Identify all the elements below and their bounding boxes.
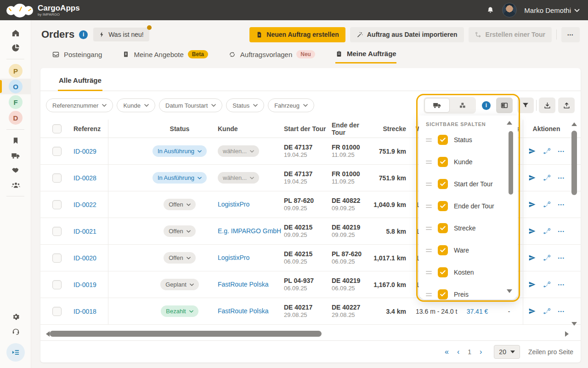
filter-button[interactable] bbox=[517, 98, 534, 113]
row-more-actions[interactable]: ⋯ bbox=[558, 254, 565, 262]
filter-chip-3[interactable]: Status bbox=[226, 98, 264, 112]
workspace-d[interactable]: D bbox=[0, 110, 31, 126]
collapse-sidebar-icon[interactable] bbox=[6, 343, 25, 362]
row-more-actions[interactable]: ⋯ bbox=[558, 307, 565, 316]
customer-select[interactable]: wählen... bbox=[218, 145, 259, 157]
import-order-button[interactable]: Auftrag aus Datei importieren bbox=[350, 27, 464, 42]
row-more-actions[interactable]: ⋯ bbox=[558, 147, 565, 155]
handshake-icon[interactable] bbox=[0, 163, 31, 178]
drag-handle-icon[interactable] bbox=[426, 293, 432, 296]
row-more-actions[interactable]: ⋯ bbox=[558, 281, 565, 289]
tab-posteingang[interactable]: Posteingang bbox=[52, 45, 102, 63]
customer-link[interactable]: LogistixPro bbox=[218, 254, 249, 261]
column-checkbox-icon[interactable] bbox=[438, 245, 448, 255]
workspace-p[interactable]: P bbox=[0, 63, 31, 79]
send-order-icon[interactable] bbox=[528, 227, 536, 235]
columns-button[interactable] bbox=[496, 98, 513, 113]
customer-link[interactable]: LogistixPro bbox=[218, 201, 249, 208]
create-order-button[interactable]: Neuen Auftrag erstellen bbox=[249, 27, 345, 42]
row-checkbox[interactable] bbox=[52, 307, 62, 316]
row-checkbox[interactable] bbox=[52, 253, 62, 263]
page-size-select[interactable]: 20 bbox=[494, 345, 520, 359]
customer-link[interactable]: FastRoute Polska bbox=[218, 281, 269, 288]
row-more-actions[interactable]: ⋯ bbox=[558, 174, 565, 182]
order-reference-link[interactable]: ID-0020 bbox=[74, 254, 96, 262]
upload-button[interactable] bbox=[558, 98, 575, 113]
workspace-f[interactable]: F bbox=[0, 94, 31, 110]
vertical-scrollbar[interactable] bbox=[571, 121, 577, 329]
column-checkbox-icon[interactable] bbox=[438, 135, 448, 145]
column-checkbox-icon[interactable] bbox=[438, 267, 448, 277]
user-menu[interactable]: Marko Demothi bbox=[524, 6, 580, 14]
panel-scroll-down-arrow[interactable] bbox=[507, 289, 512, 293]
route-icon[interactable] bbox=[543, 281, 551, 288]
customer-link[interactable]: E.g. IMPARGO GmbH bbox=[218, 227, 281, 235]
column-checkbox-icon[interactable] bbox=[438, 157, 448, 167]
drag-handle-icon[interactable] bbox=[426, 183, 432, 186]
support-headset-icon[interactable] bbox=[0, 324, 31, 339]
first-page-button[interactable]: « bbox=[445, 348, 449, 356]
column-checkbox-icon[interactable] bbox=[438, 179, 448, 189]
costs-cell[interactable]: 37.41 € bbox=[459, 298, 495, 324]
drag-handle-icon[interactable] bbox=[426, 227, 432, 230]
visible-column-item[interactable]: Strecke bbox=[426, 217, 518, 239]
analytics-pie-icon[interactable] bbox=[0, 40, 31, 55]
row-checkbox[interactable] bbox=[52, 200, 62, 209]
info-icon[interactable]: i bbox=[79, 30, 88, 39]
select-all-checkbox[interactable] bbox=[52, 124, 62, 133]
column-checkbox-icon[interactable] bbox=[438, 289, 448, 299]
panel-scroll-up-arrow[interactable] bbox=[507, 121, 512, 125]
visible-column-item[interactable]: Preis bbox=[426, 283, 518, 299]
order-reference-link[interactable]: ID-0028 bbox=[74, 174, 96, 182]
tab-meine-angebote[interactable]: Meine Angebote Beta bbox=[122, 45, 208, 63]
more-actions-button[interactable]: ⋯ bbox=[561, 27, 580, 42]
bookmark-icon[interactable] bbox=[0, 133, 31, 148]
header-start[interactable]: Start der Tour bbox=[283, 120, 330, 138]
order-reference-link[interactable]: ID-0018 bbox=[74, 308, 96, 315]
cargoapps-logo-icon[interactable] bbox=[5, 1, 34, 19]
subtab-alle-auftraege[interactable]: Alle Aufträge bbox=[58, 76, 102, 91]
visible-column-item[interactable]: Kunde bbox=[426, 151, 518, 173]
order-reference-link[interactable]: ID-0021 bbox=[74, 228, 96, 235]
order-reference-link[interactable]: ID-0022 bbox=[74, 201, 96, 208]
next-page-button[interactable]: › bbox=[480, 348, 482, 356]
notifications-bell-icon[interactable] bbox=[486, 6, 495, 15]
info-icon-toolbar[interactable]: i bbox=[482, 101, 491, 110]
truck-view-button[interactable] bbox=[424, 98, 450, 113]
send-order-icon[interactable] bbox=[528, 174, 536, 182]
drag-handle-icon[interactable] bbox=[426, 161, 432, 164]
column-checkbox-icon[interactable] bbox=[438, 201, 448, 211]
order-reference-link[interactable]: ID-0019 bbox=[74, 281, 96, 288]
send-order-icon[interactable] bbox=[528, 147, 536, 155]
filter-chip-2[interactable]: Datum Tourstart bbox=[159, 98, 222, 112]
route-icon[interactable] bbox=[543, 227, 551, 235]
create-tour-button[interactable]: Erstellen einer Tour bbox=[469, 27, 552, 42]
truck-icon[interactable] bbox=[0, 148, 31, 163]
send-order-icon[interactable] bbox=[528, 307, 536, 315]
visible-column-item[interactable]: Ware bbox=[426, 239, 518, 261]
download-button[interactable] bbox=[539, 98, 555, 113]
row-checkbox[interactable] bbox=[52, 173, 62, 183]
status-dropdown[interactable]: Bezahlt bbox=[161, 305, 198, 317]
route-icon[interactable] bbox=[543, 174, 551, 182]
column-checkbox-icon[interactable] bbox=[438, 223, 448, 233]
row-checkbox[interactable] bbox=[52, 280, 62, 289]
status-dropdown[interactable]: In Ausführung bbox=[153, 172, 207, 184]
header-strecke[interactable]: Strecke bbox=[371, 120, 406, 138]
send-order-icon[interactable] bbox=[528, 281, 536, 288]
order-reference-link[interactable]: ID-0029 bbox=[74, 148, 96, 155]
tab-auftragsvorlagen[interactable]: Auftragsvorlagen Neu bbox=[228, 45, 315, 63]
drag-handle-icon[interactable] bbox=[426, 205, 432, 208]
drag-handle-icon[interactable] bbox=[426, 138, 432, 142]
row-checkbox[interactable] bbox=[52, 147, 62, 156]
horizontal-scrollbar[interactable] bbox=[43, 330, 571, 338]
send-order-icon[interactable] bbox=[528, 254, 536, 262]
home-icon[interactable] bbox=[0, 26, 31, 40]
prev-page-button[interactable]: ‹ bbox=[457, 348, 459, 356]
tab-meine-auftraege[interactable]: Meine Aufträge bbox=[335, 45, 396, 63]
row-more-actions[interactable]: ⋯ bbox=[558, 227, 565, 236]
settings-gear-icon[interactable] bbox=[0, 309, 31, 324]
route-icon[interactable] bbox=[543, 201, 551, 208]
status-dropdown[interactable]: Offen bbox=[164, 252, 196, 264]
header-referenz[interactable]: Referenz bbox=[74, 120, 108, 138]
